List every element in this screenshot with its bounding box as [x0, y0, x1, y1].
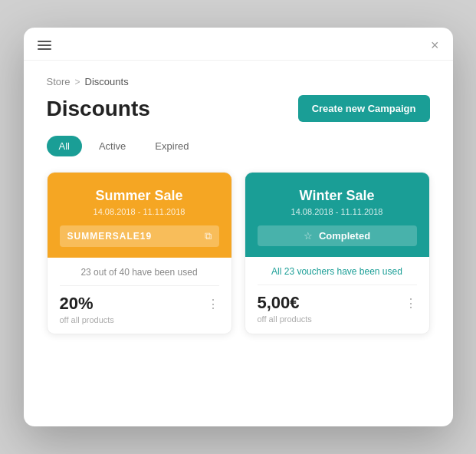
page-content: Store > Discounts Discounts Create new C…	[24, 61, 453, 357]
winter-card-date: 14.08.2018 - 11.11.2018	[258, 207, 417, 216]
campaign-card-summer: Summer Sale 14.08.2018 - 11.11.2018 SUMM…	[47, 172, 232, 334]
window-header: ×	[24, 28, 453, 61]
winter-discount-value: 5,00€	[258, 293, 312, 313]
winter-card-title: Winter Sale	[258, 188, 417, 204]
summer-discount-desc: off all products	[60, 315, 114, 324]
winter-card-body: All 23 vouchers have been used 5,00€ off…	[245, 257, 429, 333]
filter-tabs: All Active Expired	[47, 136, 430, 156]
summer-discount-value: 20%	[60, 294, 114, 314]
star-icon: ☆	[304, 230, 313, 242]
create-campaign-button[interactable]: Create new Campaign	[298, 95, 430, 122]
breadcrumb-store[interactable]: Store	[47, 76, 71, 87]
summer-code-row: SUMMERSALE19 ⧉	[60, 225, 219, 247]
winter-discount-info: 5,00€ off all products	[258, 293, 312, 324]
hamburger-icon[interactable]	[38, 41, 51, 50]
tab-active[interactable]: Active	[87, 136, 138, 156]
breadcrumb-separator: >	[75, 77, 80, 87]
tab-expired[interactable]: Expired	[143, 136, 201, 156]
copy-icon[interactable]: ⧉	[205, 230, 212, 242]
summer-more-icon[interactable]: ⋮	[207, 297, 219, 311]
campaign-card-winter: Winter Sale 14.08.2018 - 11.11.2018 ☆ Co…	[245, 172, 430, 334]
summer-discount-row: 20% off all products ⋮	[60, 294, 219, 324]
summer-card-date: 14.08.2018 - 11.11.2018	[60, 207, 219, 216]
app-window: × Store > Discounts Discounts Create new…	[24, 28, 453, 426]
completed-text: Completed	[319, 230, 370, 242]
winter-more-icon[interactable]: ⋮	[405, 296, 417, 311]
summer-code-text: SUMMERSALE19	[67, 231, 153, 242]
summer-discount-info: 20% off all products	[60, 294, 114, 324]
campaigns-grid: Summer Sale 14.08.2018 - 11.11.2018 SUMM…	[47, 172, 430, 334]
winter-discount-desc: off all products	[258, 314, 312, 324]
page-title: Discounts	[47, 97, 150, 121]
breadcrumb: Store > Discounts	[47, 76, 430, 87]
summer-card-header: Summer Sale 14.08.2018 - 11.11.2018 SUMM…	[48, 173, 231, 258]
winter-usage-link[interactable]: All 23 vouchers have been used	[258, 266, 417, 285]
summer-usage-text: 23 out of 40 have been used	[60, 267, 219, 286]
breadcrumb-current: Discounts	[85, 76, 129, 87]
winter-discount-row: 5,00€ off all products ⋮	[258, 293, 417, 324]
tab-all[interactable]: All	[47, 136, 82, 156]
summer-card-body: 23 out of 40 have been used 20% off all …	[48, 258, 231, 334]
winter-card-header: Winter Sale 14.08.2018 - 11.11.2018 ☆ Co…	[245, 173, 429, 257]
close-icon[interactable]: ×	[431, 38, 439, 52]
page-header: Discounts Create new Campaign	[47, 95, 430, 122]
completed-row: ☆ Completed	[258, 225, 417, 246]
summer-card-title: Summer Sale	[60, 188, 219, 204]
